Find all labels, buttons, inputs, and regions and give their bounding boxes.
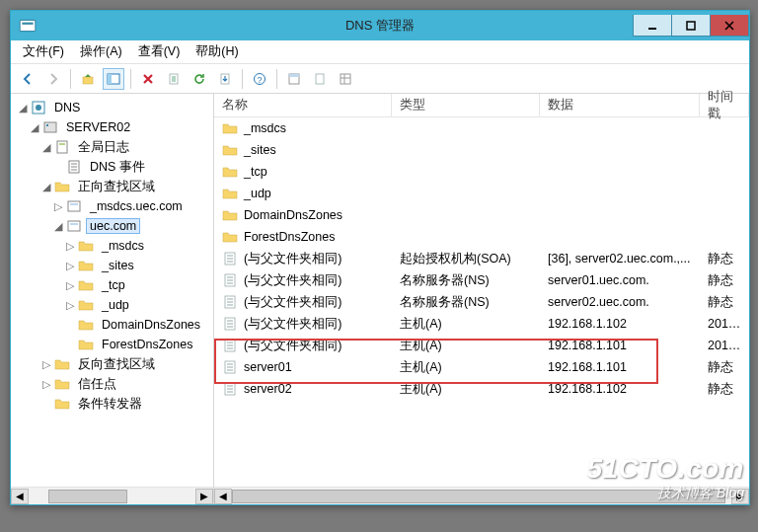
- tree-root-dns[interactable]: ◢DNS: [11, 98, 213, 117]
- filter-button-1[interactable]: [283, 68, 305, 90]
- cell-name: (与父文件夹相同): [244, 316, 341, 333]
- list-row[interactable]: server02主机(A)192.168.1.102静态: [214, 378, 749, 400]
- list-row[interactable]: ForestDnsZones: [214, 226, 749, 248]
- list-scroll-right-button[interactable]: ▶: [731, 489, 749, 504]
- folder-icon: [78, 337, 94, 352]
- svg-text:?: ?: [257, 74, 262, 84]
- svg-rect-24: [68, 221, 80, 231]
- export-button[interactable]: [214, 68, 236, 90]
- menu-action[interactable]: 操作(A): [72, 40, 130, 63]
- tree-sub-tcp[interactable]: ▷_tcp: [11, 275, 213, 295]
- cell-name: (与父文件夹相同): [244, 338, 341, 354]
- close-button[interactable]: [710, 15, 749, 37]
- tree-dns-events[interactable]: DNS 事件: [11, 157, 213, 177]
- tree-sub-fdz[interactable]: ForestDnsZones: [11, 335, 213, 354]
- cell-name: _sites: [244, 143, 276, 157]
- filter-button-2[interactable]: [309, 68, 331, 90]
- tree-zone-uec[interactable]: ◢uec.com: [11, 216, 213, 236]
- tree-conditional-fwd[interactable]: 条件转发器: [11, 394, 213, 414]
- cell-data: 192.168.1.102: [540, 382, 700, 396]
- tree-reverse-zones[interactable]: ▷反向查找区域: [11, 354, 213, 374]
- app-icon: [19, 17, 37, 35]
- cell-type: 主机(A): [392, 316, 540, 333]
- record-icon: [222, 338, 238, 353]
- menu-view[interactable]: 查看(V): [130, 40, 189, 63]
- menu-file[interactable]: 文件(F): [15, 40, 72, 63]
- svg-rect-22: [68, 201, 80, 211]
- col-timestamp[interactable]: 时间戳: [700, 94, 749, 116]
- scroll-thumb[interactable]: [48, 490, 127, 503]
- cell-timestamp: 静态: [700, 251, 749, 267]
- col-name[interactable]: 名称: [214, 94, 392, 116]
- tree-sub-udp[interactable]: ▷_udp: [11, 295, 213, 315]
- tree-view[interactable]: ◢DNS ◢SERVER02 ◢全局日志 DNS 事件 ◢正向查找区域 ▷_ms…: [11, 94, 213, 487]
- list-row[interactable]: (与父文件夹相同)主机(A)192.168.1.1022015/4/1: [214, 313, 749, 335]
- list-row[interactable]: _udp: [214, 183, 749, 204]
- cell-name: (与父文件夹相同): [244, 294, 341, 311]
- svg-rect-13: [316, 74, 324, 84]
- list-row[interactable]: (与父文件夹相同)名称服务器(NS)server02.uec.com.静态: [214, 291, 749, 313]
- tree-global-log[interactable]: ◢全局日志: [11, 137, 213, 157]
- scroll-right-button[interactable]: ▶: [195, 489, 213, 504]
- cell-name: _udp: [244, 187, 271, 200]
- scroll-left-button[interactable]: ◀: [11, 489, 29, 504]
- list-body[interactable]: _msdcs_sites_tcp_udpDomainDnsZonesForest…: [214, 117, 749, 487]
- cell-name: (与父文件夹相同): [244, 251, 341, 267]
- folder-icon: [222, 164, 238, 180]
- list-row[interactable]: (与父文件夹相同)名称服务器(NS)server01.uec.com.静态: [214, 269, 749, 291]
- list-row[interactable]: _sites: [214, 139, 749, 161]
- event-icon: [66, 159, 82, 175]
- list-row[interactable]: (与父文件夹相同)起始授权机构(SOA)[36], server02.uec.c…: [214, 248, 749, 269]
- cell-name: _tcp: [244, 165, 267, 179]
- record-icon: [222, 294, 238, 310]
- help-button[interactable]: ?: [249, 68, 270, 90]
- show-hide-button[interactable]: [103, 68, 124, 90]
- toolbar: ?: [11, 64, 749, 94]
- list-hscrollbar[interactable]: ◀ ▶: [214, 487, 749, 504]
- cell-name: ForestDnsZones: [244, 230, 335, 244]
- list-scroll-left-button[interactable]: ◀: [214, 489, 232, 504]
- folder-icon: [222, 142, 238, 158]
- folder-icon: [222, 207, 238, 223]
- tree-sub-msdcs[interactable]: ▷_msdcs: [11, 236, 213, 256]
- maximize-button[interactable]: [671, 15, 711, 37]
- cell-timestamp: 静态: [700, 359, 749, 376]
- tree-sub-ddz[interactable]: DomainDnsZones: [11, 315, 213, 335]
- col-type[interactable]: 类型: [392, 94, 540, 116]
- list-scroll-thumb[interactable]: [232, 490, 725, 503]
- menu-help[interactable]: 帮助(H): [188, 40, 246, 63]
- svg-rect-6: [108, 74, 112, 84]
- cell-timestamp: 静态: [700, 381, 749, 398]
- cell-name: DomainDnsZones: [244, 208, 342, 222]
- folder-icon: [78, 277, 94, 293]
- tree-sub-sites[interactable]: ▷_sites: [11, 256, 213, 275]
- list-row[interactable]: _msdcs: [214, 117, 749, 139]
- tree-zone-msdcs[interactable]: ▷_msdcs.uec.com: [11, 196, 213, 216]
- folder-icon: [222, 120, 238, 136]
- up-button[interactable]: [77, 68, 99, 90]
- svg-rect-23: [70, 203, 78, 205]
- col-data[interactable]: 数据: [540, 94, 700, 116]
- minimize-button[interactable]: [633, 15, 672, 37]
- svg-rect-3: [687, 22, 695, 30]
- delete-button[interactable]: [137, 68, 159, 90]
- list-pane: 名称 类型 数据 时间戳 _msdcs_sites_tcp_udpDomainD…: [214, 94, 749, 504]
- tree-trust-points[interactable]: ▷信任点: [11, 374, 213, 394]
- properties-button[interactable]: [163, 68, 185, 90]
- cell-type: 起始授权机构(SOA): [392, 251, 540, 267]
- list-row[interactable]: server01主机(A)192.168.1.101静态: [214, 356, 749, 378]
- cell-data: 192.168.1.101: [540, 339, 700, 352]
- list-row[interactable]: _tcp: [214, 161, 749, 183]
- cell-data: 192.168.1.102: [540, 317, 700, 331]
- list-row[interactable]: DomainDnsZones: [214, 204, 749, 226]
- tree-server[interactable]: ◢SERVER02: [11, 117, 213, 137]
- back-button[interactable]: [17, 68, 38, 90]
- filter-button-3[interactable]: [335, 68, 356, 90]
- list-row[interactable]: (与父文件夹相同)主机(A)192.168.1.1012015/4/1: [214, 335, 749, 356]
- tree-forward-zones[interactable]: ◢正向查找区域: [11, 177, 213, 196]
- record-icon: [222, 272, 238, 288]
- forward-button[interactable]: [42, 68, 64, 90]
- refresh-button[interactable]: [189, 68, 210, 90]
- tree-hscrollbar[interactable]: ◀ ▶: [11, 487, 213, 504]
- cell-type: 名称服务器(NS): [392, 294, 540, 311]
